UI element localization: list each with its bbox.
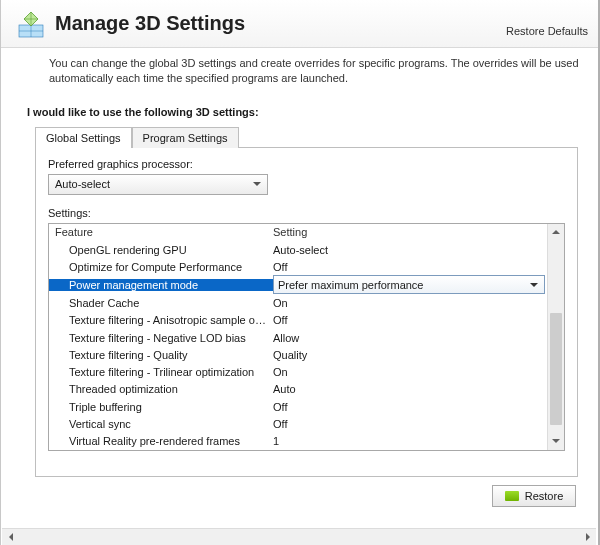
settings-row-feature: OpenGL rendering GPU [55, 244, 273, 256]
scroll-left-button[interactable] [2, 529, 19, 546]
settings-row[interactable]: Texture filtering - Anisotropic sample o… [49, 312, 547, 329]
tabs-container: Global Settings Program Settings Preferr… [35, 126, 578, 477]
tab-global-settings[interactable]: Global Settings [35, 127, 132, 148]
chevron-down-icon [552, 439, 560, 443]
manage-3d-icon [15, 9, 47, 41]
settings-row[interactable]: Power management modePrefer maximum perf… [49, 275, 547, 294]
preferred-processor-select[interactable]: Auto-select [48, 174, 268, 195]
settings-row-value: Off [273, 418, 547, 430]
tab-panel-global: Preferred graphics processor: Auto-selec… [35, 147, 578, 477]
settings-row-feature: Virtual Reality pre-rendered frames [55, 435, 273, 447]
settings-grid[interactable]: Feature Setting OpenGL rendering GPUAuto… [49, 224, 547, 450]
settings-vertical-scrollbar[interactable] [547, 224, 564, 450]
settings-listbox: Feature Setting OpenGL rendering GPUAuto… [48, 223, 565, 451]
footer-button-row: Restore [1, 477, 598, 507]
intro-text: You can change the global 3D settings an… [1, 48, 598, 92]
settings-grid-header: Feature Setting [49, 224, 547, 241]
settings-row-feature: Power management mode [49, 279, 273, 291]
settings-row[interactable]: Shader CacheOn [49, 294, 547, 311]
settings-row-feature: Threaded optimization [55, 383, 273, 395]
settings-row-value: Quality [273, 349, 547, 361]
settings-panel: Manage 3D Settings Restore Defaults You … [0, 0, 600, 545]
restore-defaults-link[interactable]: Restore Defaults [506, 25, 588, 41]
tab-program-settings[interactable]: Program Settings [132, 127, 239, 148]
settings-row-feature: Texture filtering - Quality [55, 349, 273, 361]
settings-row-value: Allow [273, 332, 547, 344]
chevron-right-icon [586, 533, 590, 541]
settings-row-value: 1 [273, 435, 547, 447]
column-header-setting: Setting [273, 226, 547, 238]
prompt-text: I would like to use the following 3D set… [1, 92, 598, 126]
scroll-down-button[interactable] [548, 433, 564, 450]
settings-row-value-dropdown[interactable]: Prefer maximum performance [273, 275, 545, 294]
settings-row-feature: Texture filtering - Negative LOD bias [55, 332, 273, 344]
restore-button[interactable]: Restore [492, 485, 576, 507]
settings-row[interactable]: Texture filtering - QualityQuality [49, 346, 547, 363]
settings-row-feature: Texture filtering - Trilinear optimizati… [55, 366, 273, 378]
settings-label: Settings: [48, 207, 565, 219]
settings-row-value: Auto [273, 383, 547, 395]
scroll-thumb[interactable] [550, 313, 562, 425]
nvidia-icon [505, 491, 519, 501]
settings-row[interactable]: Vertical syncOff [49, 415, 547, 432]
chevron-left-icon [9, 533, 13, 541]
restore-button-label: Restore [525, 490, 564, 502]
settings-row-feature: Optimize for Compute Performance [55, 261, 273, 273]
settings-row-value: On [273, 366, 547, 378]
settings-row[interactable]: Threaded optimizationAuto [49, 381, 547, 398]
settings-row[interactable]: Virtual Reality pre-rendered frames1 [49, 432, 547, 449]
settings-row[interactable]: Triple bufferingOff [49, 398, 547, 415]
page-horizontal-scrollbar[interactable] [2, 528, 596, 545]
scroll-track[interactable] [548, 241, 564, 433]
settings-row[interactable]: OpenGL rendering GPUAuto-select [49, 241, 547, 258]
settings-row[interactable]: Texture filtering - Negative LOD biasAll… [49, 329, 547, 346]
settings-row-value: Off [273, 401, 547, 413]
settings-row-feature: Texture filtering - Anisotropic sample o… [55, 314, 273, 326]
settings-row[interactable]: Optimize for Compute PerformanceOff [49, 258, 547, 275]
page-title: Manage 3D Settings [55, 7, 506, 41]
header-bar: Manage 3D Settings Restore Defaults [1, 0, 598, 48]
preferred-processor-label: Preferred graphics processor: [48, 158, 565, 170]
settings-row-value: Auto-select [273, 244, 547, 256]
settings-row-value: Off [273, 314, 547, 326]
scroll-up-button[interactable] [548, 224, 564, 241]
tab-row: Global Settings Program Settings [35, 126, 578, 147]
settings-row-feature: Vertical sync [55, 418, 273, 430]
settings-row[interactable]: Texture filtering - Trilinear optimizati… [49, 363, 547, 380]
column-header-feature: Feature [55, 226, 273, 238]
settings-row-value: Off [273, 261, 547, 273]
settings-row-feature: Triple buffering [55, 401, 273, 413]
preferred-processor-value: Auto-select [55, 178, 110, 190]
settings-row-feature: Shader Cache [55, 297, 273, 309]
chevron-up-icon [552, 230, 560, 234]
settings-row-value: On [273, 297, 547, 309]
scroll-right-button[interactable] [579, 529, 596, 546]
